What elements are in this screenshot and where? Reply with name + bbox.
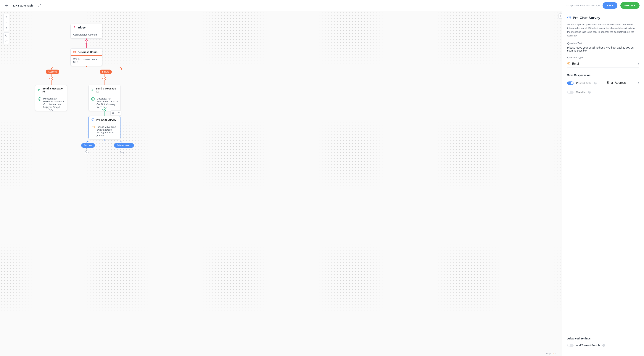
timeout-label: Add Timeout Branch: [576, 344, 600, 347]
question-type-select[interactable]: Email ▾: [567, 61, 639, 68]
svg-rect-2: [113, 113, 114, 114]
send-icon: [91, 89, 94, 92]
sidebar-description: Allows a specific question to be sent to…: [567, 23, 639, 38]
node-trigger-title: Trigger: [78, 26, 86, 29]
svg-rect-1: [74, 51, 76, 53]
timeout-toggle[interactable]: [567, 344, 574, 347]
branch-pill-failure: Failure: [100, 70, 112, 74]
undo-button[interactable]: [4, 33, 9, 38]
channel-icon: ➤: [38, 97, 41, 101]
edit-icon[interactable]: [38, 4, 41, 7]
zoom-out-button[interactable]: −: [4, 20, 9, 25]
svg-rect-3: [112, 112, 114, 114]
add-step-button[interactable]: +: [84, 40, 88, 44]
svg-point-0: [6, 28, 7, 28]
contact-field-toggle[interactable]: [567, 82, 574, 85]
channel-icon: ➤: [91, 97, 95, 101]
trigger-icon: [73, 26, 76, 29]
variable-toggle[interactable]: [567, 91, 574, 94]
node-send-message-2[interactable]: Send a Message #2 ➤ Message: Hi! Welcome…: [88, 85, 120, 111]
node-trigger[interactable]: Trigger Conversation Opened: [70, 24, 102, 39]
branch-pill-success: Success: [81, 143, 95, 148]
node-bizhrs-title: Business Hours: [78, 51, 98, 54]
variable-label: Variable: [576, 91, 586, 94]
steps-counter: Steps: 4 / 100: [546, 352, 560, 355]
branch-pill-failure-invalid: Failure: Invalid: [114, 143, 134, 148]
node-bizhrs-body: Within business hours - UTC: [73, 58, 100, 64]
add-step-button[interactable]: +: [50, 77, 53, 80]
zoom-in-button[interactable]: +: [4, 14, 9, 20]
question-icon: [92, 118, 94, 121]
chevron-down-icon: ▾: [638, 63, 639, 65]
node-survey-title: Pre-Chat Survey: [96, 118, 116, 121]
add-step-button[interactable]: +: [120, 151, 124, 154]
calendar-icon: [73, 50, 76, 54]
properties-sidebar: Pre-Chat Survey Allows a specific questi…: [562, 11, 644, 356]
recenter-button[interactable]: [4, 25, 9, 31]
help-icon[interactable]: ?: [602, 344, 605, 347]
header: LINE auto reply Last updated a few secon…: [0, 0, 644, 11]
node-survey-body: Please leave your email address. We'll g…: [97, 126, 118, 137]
sidebar-title: Pre-Chat Survey: [573, 16, 600, 20]
last-updated-text: Last updated a few seconds ago: [565, 4, 600, 7]
help-icon[interactable]: ?: [588, 91, 591, 94]
node-msg2-title: Send a Message #2: [96, 87, 118, 93]
add-step-button[interactable]: +: [102, 108, 106, 111]
collapse-sidebar-button[interactable]: [558, 14, 562, 19]
send-icon: [38, 89, 40, 92]
node-actions: [110, 111, 121, 116]
node-pre-chat-survey[interactable]: Pre-Chat Survey Please leave your email …: [88, 116, 120, 139]
contact-field-label: Contact Field: [576, 82, 592, 85]
add-step-button[interactable]: +: [50, 108, 53, 111]
node-trigger-body: Conversation Opened: [73, 33, 97, 36]
question-text-value[interactable]: Please leave your email address. We'll g…: [567, 46, 639, 52]
node-msg1-title: Send a Message #1: [42, 87, 64, 93]
delete-button[interactable]: [116, 111, 121, 116]
question-type-label: Question Type: [567, 56, 639, 59]
publish-button[interactable]: PUBLISH: [620, 2, 640, 9]
question-text-label: Question Text: [567, 42, 639, 45]
email-icon: [567, 62, 570, 66]
question-icon: [567, 16, 571, 20]
back-arrow-icon[interactable]: [4, 4, 8, 8]
advanced-settings-section: Advanced Settings: [567, 337, 639, 340]
branch-pill-success: Success: [46, 70, 59, 74]
redo-button: [4, 38, 9, 44]
email-icon: [92, 126, 95, 129]
workflow-canvas[interactable]: + −: [0, 11, 562, 356]
save-response-section: Save Response As: [567, 74, 639, 77]
help-icon[interactable]: ?: [594, 82, 596, 85]
node-send-message-1[interactable]: Send a Message #1 ➤ Message: Hi! Welcome…: [35, 85, 67, 111]
duplicate-button[interactable]: [110, 111, 116, 116]
add-step-button[interactable]: +: [85, 151, 88, 154]
node-business-hours[interactable]: Business Hours Within business hours - U…: [70, 48, 102, 66]
add-step-button[interactable]: +: [102, 77, 106, 80]
workflow-title: LINE auto reply: [13, 4, 34, 7]
save-button[interactable]: SAVE: [602, 2, 618, 9]
chevron-down-icon: ▾: [638, 82, 639, 84]
contact-field-select[interactable]: Email Address ▾: [607, 80, 639, 86]
